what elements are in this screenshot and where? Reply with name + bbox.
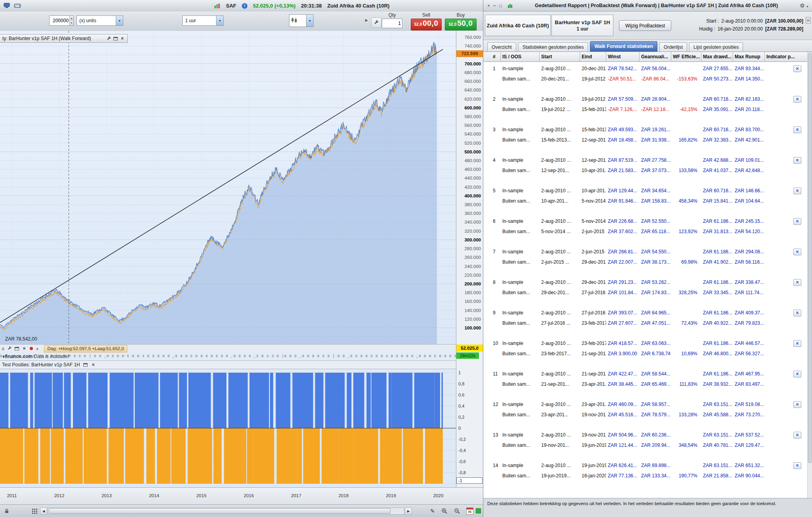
- remove-run-button[interactable]: ×: [793, 432, 801, 438]
- minimize-icon[interactable]: ─: [492, 3, 498, 8]
- maximize-icon[interactable]: [83, 363, 88, 367]
- cell-end: 2-jun-2015 ...: [580, 229, 606, 234]
- chart-title-tab[interactable]: ty: BarHunter v1p SAF 1H (Walk Forward) …: [0, 34, 128, 43]
- dropdown-arrow-icon[interactable]: ▼: [306, 15, 313, 27]
- lock-icon[interactable]: [2, 507, 11, 515]
- cell-end: 21-sep-201...: [580, 351, 606, 356]
- scrollbar-thumb[interactable]: [49, 508, 391, 514]
- remove-run-button[interactable]: ×: [793, 462, 801, 469]
- close-icon[interactable]: ×: [486, 3, 492, 8]
- cell-end: 29-dec-201...: [580, 259, 606, 265]
- tab-walk-forward-statistieken[interactable]: Walk Forward statistieken: [590, 41, 657, 52]
- cell-max-drawdown: ZAR 50.273...: [701, 76, 733, 82]
- remove-run-button[interactable]: ×: [793, 340, 801, 347]
- cell-max-drawdown: ZAR 61.186...: [701, 218, 733, 224]
- disclaimer: Deze statistieken hebben betrekking op g…: [483, 498, 812, 517]
- close-icon[interactable]: ×: [22, 346, 27, 351]
- pencil-icon[interactable]: ✎: [428, 507, 437, 515]
- qty-input[interactable]: [382, 19, 402, 28]
- record-icon[interactable]: [30, 347, 33, 350]
- gear-icon[interactable]: ⚙ ▼: [800, 2, 809, 9]
- monitor-icon[interactable]: [3, 2, 11, 9]
- calendar-day: 31: [467, 509, 473, 514]
- collapse-arrow-icon[interactable]: ▶: [365, 18, 368, 22]
- wf-group: 6In-sample2-aug-2010 ...5-nov-2014 ...ZA…: [483, 216, 808, 237]
- cell-winst: ZAR 129.44...: [606, 188, 640, 193]
- buy-button[interactable]: 52.050,0: [445, 19, 477, 31]
- remove-run-button[interactable]: ×: [793, 279, 801, 286]
- scroll-right-button[interactable]: ▶: [405, 507, 412, 515]
- horizontal-scrollbar[interactable]: [48, 507, 404, 515]
- remove-run-button[interactable]: ×: [793, 218, 801, 225]
- cell-max-drawdown: ZAR 27.655...: [701, 66, 733, 71]
- cell-actions: ×: [765, 462, 808, 469]
- wrench-icon[interactable]: [371, 17, 381, 28]
- keyboard-icon[interactable]: [13, 2, 21, 9]
- tab-orderlijst[interactable]: Orderlijst: [659, 42, 687, 52]
- table-row: Buiten sam...29-dec-201...27-jul-2016 ..…: [483, 287, 808, 298]
- remove-run-button[interactable]: ×: [793, 96, 801, 103]
- maximize-icon[interactable]: □: [498, 3, 504, 8]
- maximize-icon[interactable]: [15, 347, 19, 350]
- wf-group: 4In-sample2-aug-2010 ...12-sep-201...ZAR…: [483, 155, 808, 176]
- grid-icon[interactable]: [30, 507, 39, 515]
- cell-winst: ZAR 460.09...: [606, 402, 640, 407]
- remove-run-button[interactable]: ×: [793, 188, 801, 194]
- cell-max-runup: ZAR 111.74...: [733, 290, 765, 295]
- quantity-input[interactable]: [50, 16, 69, 25]
- maximize-icon[interactable]: [113, 37, 118, 40]
- wrench-icon[interactable]: [7, 346, 12, 351]
- remove-run-button[interactable]: ×: [793, 310, 801, 316]
- cell-winst: ZAR 38.445...: [606, 381, 640, 387]
- close-icon[interactable]: ×: [120, 36, 125, 41]
- cell-actions: ×: [765, 126, 808, 133]
- cell-winst: ZAR 3.900,00: [606, 351, 640, 356]
- tab-lijst-gesloten-posities[interactable]: Lijst gesloten posities: [689, 42, 743, 52]
- table-row: 1In-sample2-aug-2010 ...20-dec-201...ZAR…: [483, 63, 808, 74]
- cell-end: 20-dec-201...: [580, 66, 606, 71]
- remove-run-button[interactable]: ×: [793, 371, 801, 377]
- cell-max-drawdown: ZAR 40.781...: [701, 442, 733, 448]
- column-header: Indicator p...: [765, 52, 808, 61]
- remove-run-button[interactable]: ×: [793, 157, 801, 164]
- menu-icon[interactable]: [806, 17, 811, 23]
- info-icon[interactable]: i: [242, 3, 247, 9]
- cell-start: 12-sep-201...: [540, 168, 580, 173]
- scroll-left-button[interactable]: ◀: [40, 507, 47, 515]
- spinner-down-icon[interactable]: ▼: [70, 21, 73, 26]
- remove-run-button[interactable]: ×: [793, 65, 801, 72]
- zoom-out-icon[interactable]: [453, 507, 462, 515]
- up-arrow-icon[interactable]: ▲: [36, 347, 39, 350]
- table-scrollbar[interactable]: [807, 52, 812, 498]
- remove-run-button[interactable]: ×: [793, 401, 801, 408]
- quantity-stepper[interactable]: ▲ ▼: [49, 15, 74, 26]
- timeframe-dropdown[interactable]: 1 uur ▼: [182, 15, 224, 26]
- close-icon[interactable]: ×: [91, 362, 96, 368]
- wrench-icon[interactable]: [106, 36, 111, 41]
- price-axis-label: 620.000: [464, 96, 481, 102]
- remove-run-button[interactable]: ×: [793, 126, 801, 133]
- trading-platform: SAF i 52.025,0 (+0,13%) 20:31:38 Zuid Af…: [0, 0, 812, 517]
- cell-max-runup: ZAR 73.270...: [733, 412, 765, 417]
- cell-max-runup: ZAR 90.044...: [733, 473, 765, 479]
- scrollbar-thumb[interactable]: [808, 53, 812, 463]
- calendar-icon[interactable]: 31: [466, 507, 473, 515]
- units-dropdown[interactable]: (x) units ▼: [77, 15, 123, 26]
- tab-overzicht[interactable]: Overzicht: [487, 42, 516, 52]
- positions-indicator-panel[interactable]: [0, 369, 456, 487]
- zoom-in-icon[interactable]: [440, 507, 449, 515]
- instrument-box[interactable]: Zuid Afrika 40 Cash (10R): [485, 15, 551, 36]
- strategy-box[interactable]: BarHunter v1p SAF 1H 1 uur: [552, 15, 613, 36]
- collapsed-price-panel[interactable]: 0 0 ,5 0 4 3 0 )0 0 0 ,0 0 0 0 5 0 ) 0 0…: [0, 352, 456, 360]
- edit-probacktest-button[interactable]: Wijzig ProBacktest: [619, 20, 671, 31]
- remove-run-button[interactable]: ×: [793, 249, 801, 255]
- dropdown-arrow-icon[interactable]: ▼: [216, 16, 223, 25]
- chart-type-dropdown[interactable]: ▼: [289, 14, 314, 27]
- spinner-up-icon[interactable]: ▲: [70, 16, 73, 21]
- tab-statistieken-gesloten-posities[interactable]: Statistieken gesloten posities: [518, 42, 588, 52]
- cell-actions: ×: [765, 371, 808, 377]
- sell-button[interactable]: 52.000,0: [411, 19, 442, 31]
- equity-chart-canvas[interactable]: ZAR 78.542,00: [0, 31, 456, 344]
- positions-panel-header[interactable]: Test Posities: BarHunter v1p SAF 1H ×: [0, 360, 456, 369]
- dropdown-arrow-icon[interactable]: ▼: [116, 16, 123, 25]
